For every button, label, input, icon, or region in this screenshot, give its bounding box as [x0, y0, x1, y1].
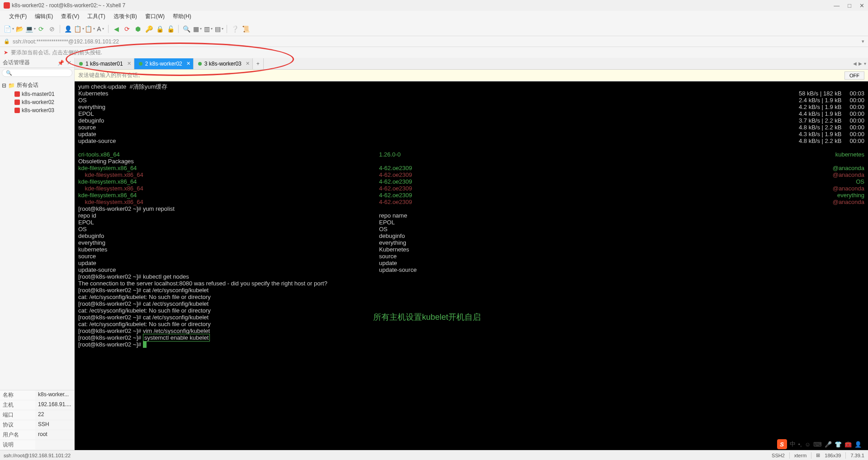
tab-close-icon[interactable]: ✕ [127, 61, 131, 66]
prop-host-value: 192.168.91.... [35, 400, 74, 410]
menu-tools[interactable]: 工具(T) [84, 12, 109, 21]
status-ssh: SSH2 [772, 453, 785, 458]
prop-protocol-value: SSH [35, 420, 74, 430]
reconnect-icon[interactable]: ⟳ [36, 24, 46, 34]
close-sidebar-icon[interactable]: ✕ [67, 60, 71, 66]
ime-keyboard-icon[interactable]: ⌨ [813, 441, 822, 448]
ime-emoji-icon[interactable]: ☺ [805, 441, 811, 448]
menu-file[interactable]: 文件(F) [5, 12, 30, 21]
ime-mic-icon[interactable]: 🎤 [825, 441, 832, 448]
ime-sogou-icon[interactable]: S [777, 439, 787, 449]
layout2-icon[interactable]: ▥ [203, 24, 213, 34]
collapse-icon[interactable]: ⊟ [2, 82, 6, 89]
send-cmd-icon[interactable]: 💻 [25, 24, 35, 34]
tabs-row: 1 k8s-master01 ✕ 2 k8s-worker02 ✕ 3 k8s-… [75, 58, 868, 70]
ime-skin-icon[interactable]: 👕 [835, 441, 842, 448]
prop-name-label: 名称 [0, 390, 35, 400]
tab-menu-icon[interactable]: ▾ [864, 61, 866, 66]
minimize-icon[interactable]: — [834, 2, 840, 9]
session-icon [14, 91, 20, 97]
prev-icon[interactable]: ◀ [111, 24, 121, 34]
tab-prev-icon[interactable]: ◀ [853, 61, 857, 66]
session-item-master01[interactable]: k8s-master01 [0, 90, 74, 98]
status-addr: ssh://root@192.168.91.101:22 [4, 453, 71, 458]
status-dot-icon [79, 62, 83, 66]
sidebar-header: 会话管理器 📌 ✕ [0, 58, 74, 68]
tab-close-icon[interactable]: ✕ [186, 61, 190, 66]
maximize-icon[interactable]: □ [848, 2, 851, 9]
menu-view[interactable]: 查看(V) [57, 12, 83, 21]
address-dropdown-icon[interactable]: ▾ [862, 38, 864, 44]
menu-tabs[interactable]: 选项卡(B) [110, 12, 141, 21]
prop-user-value: root [35, 430, 74, 440]
status-misc: 7.39.1 [850, 453, 864, 458]
session-icon [14, 100, 20, 105]
prop-desc-value [35, 440, 74, 450]
status-size-icon: ⊞ [816, 452, 820, 458]
disconnect-icon[interactable]: ⊘ [47, 24, 57, 34]
terminal-annotation: 所有主机设置kubelet开机自启 [373, 314, 481, 321]
open-icon[interactable]: 📂 [14, 24, 24, 34]
copy-icon[interactable]: 📋 [74, 24, 84, 34]
session-item-worker03[interactable]: k8s-worker03 [0, 106, 74, 114]
tab-next-icon[interactable]: ▶ [859, 61, 862, 66]
status-dot-icon [139, 62, 142, 66]
prop-host-label: 主机 [0, 400, 35, 410]
new-session-icon[interactable]: 📄 [4, 24, 14, 34]
session-item-worker02[interactable]: k8s-worker02 [0, 98, 74, 106]
folder-icon: 📁 [8, 82, 15, 89]
address-text[interactable]: ssh://root:***************@192.168.91.10… [13, 38, 119, 45]
unlock-icon[interactable]: 🔓 [166, 24, 175, 34]
hint-arrow-icon[interactable]: ➤ [4, 49, 8, 56]
script-icon[interactable]: 📜 [241, 24, 251, 34]
layout1-icon[interactable]: ▦ [192, 24, 202, 34]
session-icon [14, 108, 20, 113]
menu-edit[interactable]: 编辑(E) [31, 12, 57, 21]
address-bar: 🔒 ssh://root:***************@192.168.91.… [0, 36, 868, 47]
keys-icon[interactable]: 🔑 [144, 24, 154, 34]
menu-help[interactable]: 帮助(H) [169, 12, 195, 21]
toolbar: 📄 📂 💻 ⟳ ⊘ 👤 📋 📋 A ◀ ⟳ ⬢ 🔑 🔒 🔓 🔍 ▦ ▥ ▤ ❔ … [0, 22, 868, 36]
ime-punct-icon[interactable]: •, [798, 441, 802, 448]
tab-worker03[interactable]: 3 k8s-worker03 ✕ [194, 58, 253, 69]
prop-port-label: 端口 [0, 410, 35, 420]
profile-icon[interactable]: 👤 [63, 24, 73, 34]
session-manager-sidebar: 会话管理器 📌 ✕ ⊟ 📁 所有会话 k8s-master01 k8s-work… [0, 58, 75, 450]
font-icon[interactable]: A [95, 24, 105, 34]
toggle-off-button[interactable]: OFF [844, 71, 864, 80]
properties-panel: 名称k8s-worker... 主机192.168.91.... 端口22 协议… [0, 390, 74, 450]
prop-protocol-label: 协议 [0, 420, 35, 430]
pin-icon[interactable]: 📌 [57, 60, 64, 66]
tab-worker02[interactable]: 2 k8s-worker02 ✕ [134, 58, 194, 69]
paste-icon[interactable]: 📋 [85, 24, 95, 34]
tools-icon[interactable]: ⬢ [133, 24, 143, 34]
app-icon [4, 2, 10, 9]
refresh-icon[interactable]: ⟳ [122, 24, 132, 34]
tab-master01[interactable]: 1 k8s-master01 ✕ [75, 58, 134, 69]
lock-icon: 🔒 [4, 38, 10, 44]
ime-lang-icon[interactable]: 中 [790, 440, 796, 448]
prop-port-value: 22 [35, 410, 74, 420]
tab-close-icon[interactable]: ✕ [246, 61, 250, 66]
ime-user-icon[interactable]: 👤 [854, 441, 862, 448]
menu-bar: 文件(F) 编辑(E) 查看(V) 工具(T) 选项卡(B) 窗口(W) 帮助(… [0, 11, 868, 22]
find-icon[interactable]: 🔍 [181, 24, 191, 34]
ime-toolbox-icon[interactable]: 🧰 [844, 441, 852, 448]
content-area: 1 k8s-master01 ✕ 2 k8s-worker02 ✕ 3 k8s-… [75, 58, 868, 450]
hint-bar: ➤ 要添加当前会话, 点击左侧的箭头按钮. [0, 47, 868, 58]
search-input[interactable] [2, 69, 72, 77]
terminal[interactable]: yum check-update #清除yum缓存Kubernetes58 kB… [75, 81, 868, 450]
status-dot-icon [198, 62, 202, 66]
tab-add-button[interactable]: + [253, 58, 264, 69]
menu-window[interactable]: 窗口(W) [142, 12, 168, 21]
close-icon[interactable]: ✕ [859, 2, 864, 9]
send-bar-text: 发送键盘输入的所有会话。 [78, 71, 143, 79]
lock-toolbar-icon[interactable]: 🔒 [155, 24, 165, 34]
prop-desc-label: 说明 [0, 440, 35, 450]
tree-root[interactable]: ⊟ 📁 所有会话 [0, 81, 74, 90]
send-input-bar: 发送键盘输入的所有会话。 OFF [75, 70, 868, 81]
help-icon[interactable]: ❔ [230, 24, 240, 34]
prop-name-value: k8s-worker... [35, 390, 74, 400]
window-title: k8s-worker02 - root@k8s-worker02:~ - Xsh… [12, 2, 125, 9]
layout3-icon[interactable]: ▤ [214, 24, 224, 34]
